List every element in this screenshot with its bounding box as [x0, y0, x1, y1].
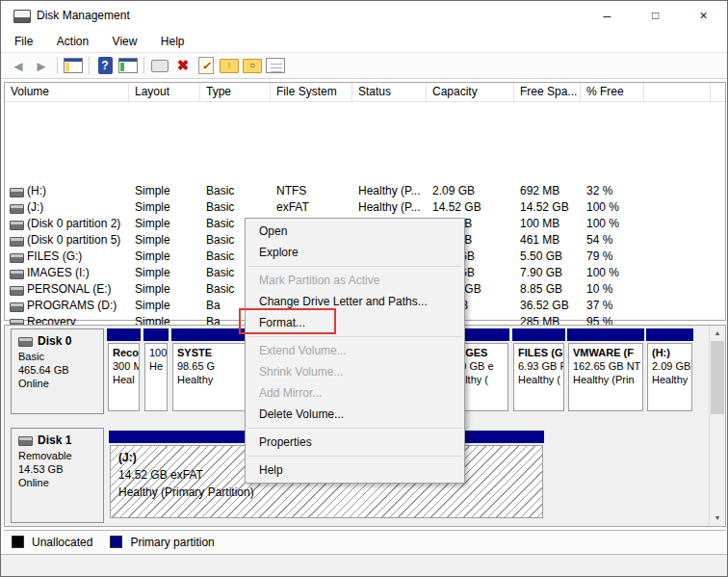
checkmark-document-icon[interactable]: ✓ [195, 56, 218, 75]
menu-item-help[interactable]: Help [246, 459, 464, 481]
disk1-kind: Removable [18, 450, 96, 461]
status-cell: Healthy (P... [352, 199, 427, 216]
forward-icon-glyph: ► [35, 58, 49, 74]
pct-cell: 100 % [581, 199, 644, 216]
console-tree-icon[interactable] [62, 56, 85, 75]
scrollbar-thumb[interactable] [711, 341, 724, 414]
unallocated-label: Unallocated [32, 536, 92, 549]
header-status[interactable]: Status [352, 83, 427, 101]
disk1-name: Disk 1 [18, 433, 96, 447]
disk1-label-box[interactable]: Disk 1 Removable 14.53 GB Online [11, 428, 104, 523]
layout-cell: Simple [129, 265, 200, 281]
vertical-scrollbar[interactable]: ▲ ▼ [709, 326, 725, 526]
partition-status: Heal [113, 373, 135, 386]
maximize-button[interactable]: □ [634, 1, 677, 31]
free-cell: 5.50 GB [514, 249, 581, 265]
volume-cell: PERSONAL (E:) [5, 281, 129, 298]
menu-action[interactable]: Action [47, 31, 98, 52]
partition-size: 100 [149, 346, 163, 359]
table-row[interactable]: (H:) Simple Basic NTFS Healthy (P... 2.0… [5, 183, 725, 199]
volume-icon [10, 286, 24, 296]
partition-status: Healthy (Prin [573, 373, 638, 386]
pct-cell: 100 % [581, 265, 644, 281]
scroll-up-icon[interactable]: ▲ [710, 326, 725, 341]
legend-bar: Unallocated Primary partition [4, 530, 726, 553]
partition-body: Reco 300 M Heal [108, 343, 140, 411]
minimize-button[interactable]: – [585, 1, 629, 31]
partition-color-bar [646, 328, 693, 341]
back-icon-glyph: ◄ [12, 58, 26, 74]
disk0-partition-recovery[interactable]: Reco 300 M Heal [107, 328, 141, 412]
forward-icon[interactable]: ► [30, 56, 53, 75]
close-button[interactable]: × [682, 1, 725, 31]
volume-icon [10, 204, 24, 214]
view-options-icon[interactable] [264, 56, 287, 75]
disk0-partition-files[interactable]: FILES (G 6.93 GB F Healthy ( [512, 328, 565, 412]
menu-item-extend-volume: Extend Volume... [246, 340, 464, 361]
menu-help[interactable]: Help [151, 31, 195, 52]
volume-context-menu: Open Explore Mark Partition as Active Ch… [245, 218, 465, 484]
partition-status: He [149, 359, 163, 373]
menu-item-explore[interactable]: Explore [246, 242, 464, 263]
header-capacity[interactable]: Capacity [427, 83, 514, 101]
delete-volume-icon[interactable]: ✖ [171, 56, 195, 75]
back-icon[interactable]: ◄ [7, 56, 30, 75]
help-icon[interactable]: ? [93, 56, 117, 75]
popup-window-icon[interactable] [148, 56, 171, 75]
disk-management-window: Disk Management – □ × File Action View H… [0, 0, 728, 577]
capacity-cell: 14.52 GB [427, 199, 514, 216]
menu-item-mark-partition-active: Mark Partition as Active [246, 270, 464, 291]
menu-item-delete-volume[interactable]: Delete Volume... [246, 404, 464, 425]
folder-up-glyph: ↑ [227, 61, 232, 70]
volume-cell: (H:) [5, 183, 129, 199]
app-icon [13, 10, 31, 23]
disk0-kind: Basic [18, 351, 96, 362]
disk0-partition-h[interactable]: (H:) 2.09 GB Healthy [646, 328, 693, 412]
menu-file[interactable]: File [5, 31, 42, 52]
header-pct-free[interactable]: % Free [581, 83, 644, 101]
menu-item-open[interactable]: Open [246, 221, 464, 242]
partition-color-bar [143, 328, 169, 341]
disk1-status: Online [18, 477, 96, 488]
menu-separator [247, 456, 462, 457]
toolbar-separator [57, 57, 58, 74]
header-layout[interactable]: Layout [129, 83, 200, 101]
pct-cell: 32 % [581, 183, 644, 199]
status-bar [1, 554, 727, 577]
type-cell: Basic [200, 183, 271, 199]
disk0-label-box[interactable]: Disk 0 Basic 465.64 GB Online [11, 328, 104, 414]
title-bar: Disk Management – □ × [1, 1, 727, 31]
partition-status: Healthy ( [518, 373, 559, 386]
volume-icon [10, 237, 24, 247]
delete-icon-glyph: ✖ [177, 57, 190, 74]
partition-color-bar [512, 328, 565, 341]
action-pane-icon[interactable] [117, 56, 140, 75]
pct-cell: 100 % [581, 216, 644, 232]
partition-body: (H:) 2.09 GB Healthy [647, 343, 692, 411]
menu-separator [247, 266, 462, 267]
folder-up-icon[interactable]: ↑ [218, 56, 241, 75]
header-free-space[interactable]: Free Spa... [514, 83, 581, 101]
volume-cell: (Disk 0 partition 2) [5, 216, 129, 232]
header-file-system[interactable]: File System [271, 83, 352, 101]
check-icon-glyph: ✓ [201, 60, 210, 72]
layout-cell: Simple [129, 216, 200, 232]
menu-view[interactable]: View [103, 31, 147, 52]
volume-cell: FILES (G:) [5, 249, 129, 265]
primary-partition-swatch [110, 536, 122, 548]
disk0-status: Online [18, 378, 96, 389]
header-type[interactable]: Type [200, 83, 271, 101]
disk1-size: 14.53 GB [18, 463, 96, 475]
table-row[interactable]: (J:) Simple Basic exFAT Healthy (P... 14… [5, 199, 725, 216]
volume-cell: (Disk 0 partition 5) [5, 232, 129, 249]
disk0-partition-vmware[interactable]: VMWARE (F 162.65 GB NT Healthy (Prin [567, 328, 644, 412]
menu-item-properties[interactable]: Properties [246, 432, 464, 453]
disk1-name-text: Disk 1 [38, 433, 71, 447]
disk0-partition-efi[interactable]: 100 He [143, 328, 169, 412]
free-cell: 14.52 GB [514, 199, 581, 216]
folder-search-icon[interactable]: ○ [241, 56, 264, 75]
scroll-down-icon[interactable]: ▼ [710, 511, 725, 526]
header-volume[interactable]: Volume [5, 83, 129, 101]
layout-cell: Simple [129, 298, 200, 314]
header-blank[interactable] [644, 83, 711, 101]
